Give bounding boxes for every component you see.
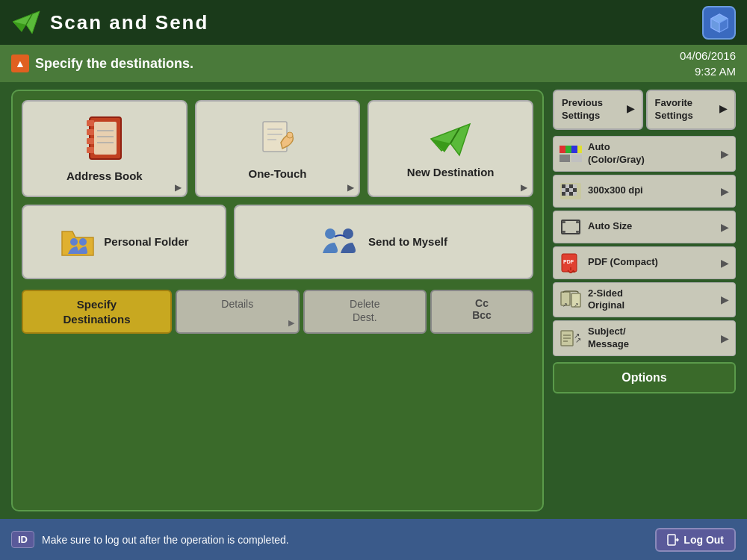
new-destination-button[interactable]: New Destination ▶ bbox=[368, 100, 533, 197]
twosided-setting-row[interactable]: ↗ ↗ 2-Sided Original ▶ bbox=[553, 282, 736, 318]
previous-settings-arrow: ▶ bbox=[627, 103, 634, 116]
pdf-icon: PDF bbox=[560, 254, 582, 272]
main-area: Address Book ▶ One-Touch ▶ bbox=[0, 82, 747, 519]
svg-point-26 bbox=[325, 228, 335, 239]
twosided-setting-label: 2-Sided Original bbox=[588, 287, 715, 313]
twosided-setting-arrow: ▶ bbox=[721, 293, 729, 305]
right-panel: Previous Settings ▶ Favorite Settings ▶ bbox=[553, 90, 736, 511]
dpi-setting-row[interactable]: 300x300 dpi ▶ bbox=[553, 175, 736, 208]
bottom-buttons-row: Personal Folder Send to Myself bbox=[22, 205, 533, 279]
svg-rect-11 bbox=[87, 147, 94, 153]
svg-rect-40 bbox=[565, 188, 569, 192]
favorite-settings-button[interactable]: Favorite Settings ▶ bbox=[646, 90, 737, 130]
previous-settings-label: Previous Settings bbox=[562, 97, 603, 122]
warning-icon: ▲ bbox=[11, 55, 29, 72]
svg-rect-10 bbox=[87, 138, 94, 144]
specify-destinations-button[interactable]: Specify Destinations bbox=[22, 290, 172, 334]
personal-folder-icon bbox=[59, 225, 96, 259]
autosize-setting-arrow: ▶ bbox=[721, 221, 729, 233]
color-setting-arrow: ▶ bbox=[721, 148, 729, 160]
one-touch-arrow: ▶ bbox=[347, 182, 354, 193]
svg-rect-28 bbox=[560, 146, 565, 153]
subject-setting-label: Subject/ Message bbox=[588, 326, 715, 351]
details-label: Details bbox=[221, 298, 253, 310]
top-buttons-row: Address Book ▶ One-Touch ▶ bbox=[22, 100, 533, 197]
dpi-icon bbox=[560, 182, 582, 200]
autosize-setting-row[interactable]: Auto Size ▶ bbox=[553, 211, 736, 243]
dpi-setting-label: 300x300 dpi bbox=[588, 184, 715, 197]
svg-rect-36 bbox=[565, 184, 569, 188]
svg-rect-33 bbox=[571, 155, 582, 162]
favorite-settings-arrow: ▶ bbox=[719, 103, 727, 116]
options-label: Options bbox=[622, 371, 666, 384]
svg-marker-21 bbox=[431, 124, 470, 155]
color-icon bbox=[560, 145, 582, 163]
header-title: Scan and Send bbox=[50, 11, 208, 34]
delete-dest-button[interactable]: Delete Dest. bbox=[303, 290, 427, 334]
svg-point-25 bbox=[79, 238, 87, 246]
svg-text:↗: ↗ bbox=[562, 302, 568, 308]
svg-point-20 bbox=[287, 132, 293, 138]
time: 9:32 AM bbox=[680, 63, 736, 79]
address-book-arrow: ▶ bbox=[175, 182, 182, 193]
footer-message: Make sure to log out after the operation… bbox=[42, 534, 289, 546]
one-touch-button[interactable]: One-Touch ▶ bbox=[195, 100, 361, 197]
svg-rect-30 bbox=[571, 146, 577, 153]
dpi-setting-arrow: ▶ bbox=[721, 185, 729, 197]
svg-rect-37 bbox=[569, 184, 573, 188]
svg-rect-29 bbox=[565, 146, 571, 153]
address-book-button[interactable]: Address Book ▶ bbox=[22, 100, 187, 197]
logout-button[interactable]: Log Out bbox=[655, 528, 736, 552]
svg-rect-42 bbox=[573, 188, 577, 192]
color-setting-row[interactable]: Auto (Color/Gray) ▶ bbox=[553, 136, 736, 172]
svg-rect-60 bbox=[668, 535, 675, 545]
svg-rect-8 bbox=[87, 120, 94, 126]
send-to-myself-button[interactable]: Send to Myself bbox=[234, 205, 533, 279]
previous-settings-button[interactable]: Previous Settings ▶ bbox=[553, 90, 643, 130]
sided-icon: ↗ ↗ bbox=[560, 290, 582, 308]
personal-folder-button[interactable]: Personal Folder bbox=[22, 205, 226, 279]
favorite-settings-label: Favorite Settings bbox=[655, 97, 693, 122]
svg-rect-9 bbox=[87, 129, 94, 135]
settings-top-row: Previous Settings ▶ Favorite Settings ▶ bbox=[553, 90, 736, 130]
options-button[interactable]: Options bbox=[553, 362, 736, 393]
datetime: 04/06/2016 9:32 AM bbox=[680, 48, 736, 79]
details-button[interactable]: Details ▶ bbox=[176, 290, 300, 334]
footer-left: ID Make sure to log out after the operat… bbox=[11, 531, 289, 548]
new-destination-arrow: ▶ bbox=[521, 182, 527, 193]
svg-marker-0 bbox=[13, 11, 40, 34]
svg-text:↗: ↗ bbox=[574, 302, 579, 308]
left-panel: Address Book ▶ One-Touch ▶ bbox=[11, 90, 544, 511]
address-book-label: Address Book bbox=[66, 169, 143, 184]
subject-icon: ↗ ↗ bbox=[560, 329, 582, 347]
new-destination-label: New Destination bbox=[407, 165, 495, 180]
pdf-setting-row[interactable]: PDF PDF (Compact) ▶ bbox=[553, 246, 736, 279]
svg-rect-39 bbox=[562, 188, 565, 192]
specify-label: Specify Destinations bbox=[63, 298, 130, 326]
cube-button[interactable] bbox=[702, 6, 736, 40]
svg-rect-38 bbox=[573, 184, 577, 188]
cc-bcc-button[interactable]: Cc Bcc ▶ bbox=[430, 290, 533, 334]
date: 04/06/2016 bbox=[680, 48, 736, 63]
status-message: Specify the destinations. bbox=[35, 56, 193, 72]
pdf-setting-arrow: ▶ bbox=[721, 257, 729, 269]
svg-rect-44 bbox=[565, 192, 569, 196]
subject-setting-row[interactable]: ↗ ↗ Subject/ Message ▶ bbox=[553, 320, 736, 356]
svg-point-24 bbox=[70, 238, 78, 246]
personal-folder-label: Personal Folder bbox=[104, 234, 188, 249]
header: Scan and Send bbox=[0, 0, 747, 45]
svg-rect-35 bbox=[562, 184, 565, 188]
id-badge: ID bbox=[11, 531, 34, 548]
svg-rect-12 bbox=[94, 122, 117, 155]
svg-rect-43 bbox=[562, 192, 565, 196]
subject-setting-arrow: ▶ bbox=[721, 332, 729, 344]
action-bar: Specify Destinations Details ▶ Delete De… bbox=[22, 290, 533, 334]
delete-label: Delete Dest. bbox=[350, 298, 379, 323]
svg-rect-31 bbox=[577, 146, 582, 153]
one-touch-label: One-Touch bbox=[248, 167, 306, 181]
svg-text:PDF: PDF bbox=[563, 259, 574, 264]
status-left: ▲ Specify the destinations. bbox=[11, 55, 193, 72]
address-book-icon bbox=[84, 114, 125, 163]
svg-rect-41 bbox=[569, 188, 573, 192]
cc-bcc-label: Cc Bcc bbox=[472, 297, 492, 321]
